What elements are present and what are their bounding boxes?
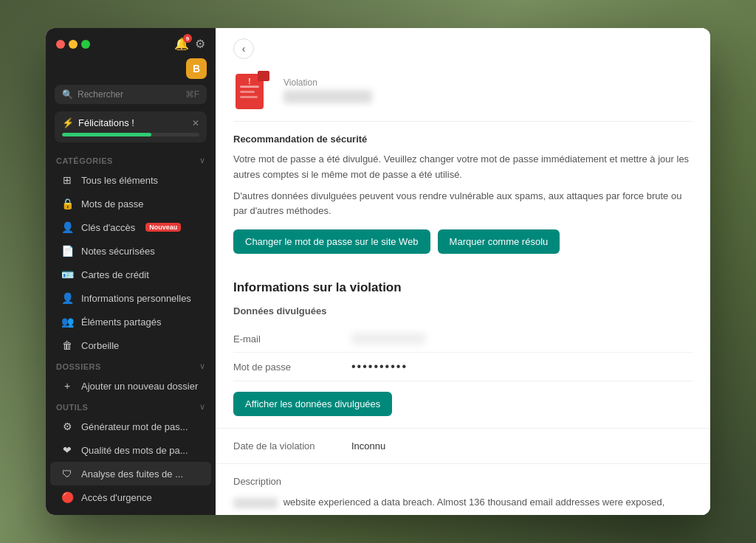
sidebar-item-label: Analyse des fuites de ...: [81, 468, 183, 480]
violation-name-blurred: [284, 90, 372, 103]
person-icon: 👤: [61, 221, 74, 234]
sidebar-item-personal[interactable]: 👤 Informations personnelles: [50, 286, 211, 310]
svg-rect-5: [240, 96, 258, 98]
leaked-data-label: Données divulguées: [233, 305, 693, 317]
password-dots: ••••••••••: [351, 360, 408, 373]
violation-label: Violation: [284, 77, 372, 88]
note-icon: 📄: [61, 244, 74, 257]
sidebar-item-label: Tous les éléments: [81, 175, 158, 186]
felicitations-progress-fill: [62, 133, 151, 136]
felicitations-close[interactable]: ✕: [192, 118, 199, 128]
sidebar-item-label: Corbeille: [81, 340, 119, 351]
sidebar-item-label: Éléments partagés: [81, 317, 161, 328]
new-badge: Nouveau: [145, 223, 181, 232]
change-password-button[interactable]: Changer le mot de passe sur le site Web: [233, 229, 430, 254]
minimize-button[interactable]: [69, 40, 78, 49]
back-button[interactable]: ‹: [233, 38, 254, 59]
felicitations-title: Félicitations !: [78, 117, 134, 128]
rec-text-1: Votre mot de passe a été divulgué. Veuil…: [233, 152, 693, 183]
sidebar-item-label: Notes sécurisées: [81, 246, 155, 257]
svg-rect-3: [240, 86, 259, 88]
tools-section-header: Outils ∨: [46, 398, 216, 415]
sidebar-item-label: Générateur mot de pas...: [81, 421, 188, 432]
sidebar-item-breaches[interactable]: 🛡 Analyse des fuites de ...: [50, 462, 211, 485]
violation-name: [284, 90, 372, 103]
search-icon: 🔍: [62, 89, 73, 100]
mark-resolved-button[interactable]: Marquer comme résolu: [438, 229, 560, 254]
categories-chevron-icon[interactable]: ∨: [199, 156, 205, 165]
main-inner: ‹ ! Violation: [216, 28, 710, 515]
svg-rect-4: [240, 91, 255, 93]
tools-list: ⚙ Générateur mot de pas... ❤ Qualité des…: [46, 415, 216, 509]
felicitations-progress-bar: [62, 133, 199, 136]
email-row: E-mail: [233, 325, 693, 353]
date-value: Inconnu: [351, 440, 385, 452]
categories-list: ⊞ Tous les éléments 🔒 Mots de passe 👤 Cl…: [46, 168, 216, 357]
sidebar-item-emergency[interactable]: 🔴 Accès d'urgence: [50, 485, 211, 509]
info-title: Informations sur la violation: [233, 280, 693, 295]
emergency-icon: 🔴: [61, 491, 74, 504]
tools-chevron-icon[interactable]: ∨: [199, 402, 205, 412]
info-section: Informations sur la violation Données di…: [216, 266, 710, 428]
sidebar-item-label: Ajouter un nouveau dossier: [81, 381, 198, 392]
grid-icon: ⊞: [61, 173, 74, 187]
search-bar[interactable]: 🔍 Rechercher ⌘F: [55, 85, 207, 104]
bolt-icon: ⚡: [62, 117, 74, 128]
lock-icon: 🔒: [61, 197, 74, 210]
show-leaked-data-button[interactable]: Afficher les données divulguées: [233, 392, 392, 416]
password-label: Mot de passe: [233, 362, 351, 373]
date-label: Date de la violation: [233, 440, 351, 452]
sidebar-item-add-folder[interactable]: + Ajouter un nouveau dossier: [50, 374, 211, 398]
password-row: Mot de passe ••••••••••: [233, 353, 693, 381]
desc-section: Description website experienced a data b…: [216, 463, 710, 515]
breaches-icon: 🛡: [61, 467, 74, 480]
search-shortcut: ⌘F: [185, 89, 199, 100]
rec-section: Recommandation de sécurité Votre mot de …: [216, 122, 710, 266]
sidebar-item-all[interactable]: ⊞ Tous les éléments: [50, 168, 211, 192]
sidebar-item-passwords[interactable]: 🔒 Mots de passe: [50, 192, 211, 215]
sidebar-item-generator[interactable]: ⚙ Générateur mot de pas...: [50, 415, 211, 438]
sidebar-item-cards[interactable]: 🪪 Cartes de crédit: [50, 263, 211, 286]
card-icon: 🪪: [61, 268, 74, 281]
folders-label: Dossiers: [56, 362, 101, 371]
desc-text: website experienced a data breach. Almos…: [233, 494, 693, 515]
fullscreen-button[interactable]: [81, 40, 90, 49]
tools-label: Outils: [56, 403, 88, 412]
shared-icon: 👥: [61, 315, 74, 328]
notifications-button[interactable]: 🔔 9: [174, 37, 189, 51]
main-content: ‹ ! Violation: [216, 28, 710, 515]
email-label: E-mail: [233, 333, 351, 345]
sidebar-item-shared[interactable]: 👥 Éléments partagés: [50, 310, 211, 333]
generator-icon: ⚙: [61, 420, 74, 433]
sidebar-item-quality[interactable]: ❤ Qualité des mots de pa...: [50, 438, 211, 462]
app-icon: B: [186, 58, 207, 79]
password-value: ••••••••••: [351, 360, 408, 373]
folders-chevron-icon[interactable]: ∨: [199, 362, 205, 371]
folders-section-header: Dossiers ∨: [46, 357, 216, 374]
search-placeholder: Rechercher: [78, 89, 123, 100]
sidebar-item-keys[interactable]: 👤 Clés d'accès Nouveau: [50, 215, 211, 239]
violation-doc-icon: !: [233, 71, 272, 109]
back-bar: ‹: [216, 28, 710, 59]
sidebar-item-label: Mots de passe: [81, 198, 144, 210]
date-row: Date de la violation Inconnu: [233, 440, 693, 452]
rec-text-2: D'autres données divulguées peuvent vous…: [233, 189, 693, 220]
rec-title: Recommandation de sécurité: [233, 134, 693, 145]
sidebar-item-notes[interactable]: 📄 Notes sécurisées: [50, 239, 211, 263]
trash-icon: 🗑: [61, 339, 74, 352]
document-svg: !: [236, 71, 269, 109]
personal-icon: 👤: [61, 291, 74, 305]
notification-badge: 9: [183, 34, 192, 43]
desc-label: Description: [233, 476, 693, 487]
sidebar-item-trash[interactable]: 🗑 Corbeille: [50, 333, 211, 357]
email-value: [351, 333, 425, 345]
titlebar: 🔔 9 ⚙: [46, 28, 216, 58]
violation-info: Violation: [284, 77, 372, 103]
desc-site-name-blurred: [233, 498, 278, 508]
sidebar-item-label: Qualité des mots de pa...: [81, 445, 188, 456]
svg-text:!: !: [248, 77, 250, 86]
sidebar-item-label: Clés d'accès: [81, 222, 135, 233]
close-button[interactable]: [56, 40, 65, 49]
desc-text-content: website experienced a data breach. Almos…: [233, 497, 681, 515]
settings-button[interactable]: ⚙: [195, 37, 205, 51]
